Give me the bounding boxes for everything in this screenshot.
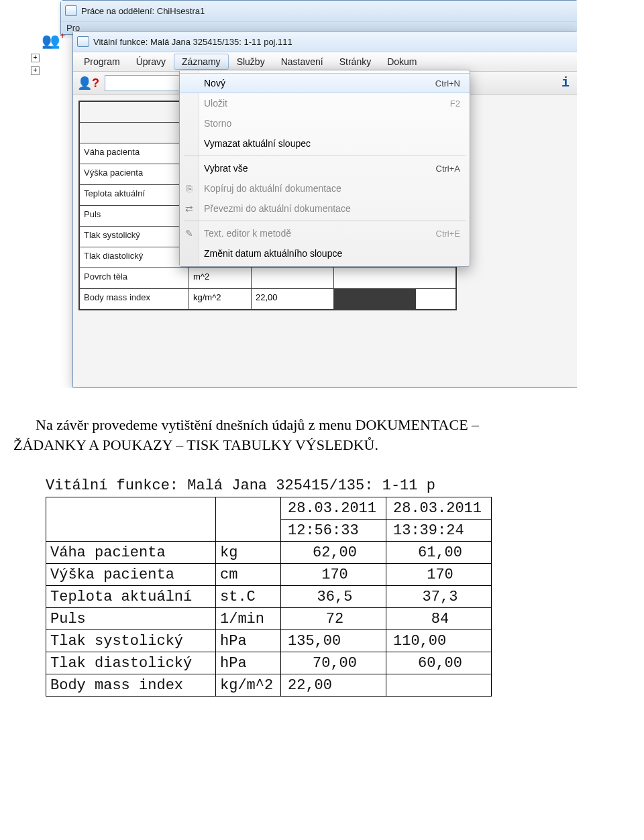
col-time-2: 13:39:24 xyxy=(386,520,492,542)
table-row: Body mass indexkg/m^222,00 xyxy=(46,674,492,697)
row-unit: kg/m^2 xyxy=(216,674,281,697)
menu-služby[interactable]: Služby xyxy=(229,54,273,70)
row-unit: cm xyxy=(216,564,281,586)
menu-nastavení[interactable]: Nastavení xyxy=(273,54,331,70)
row-unit: kg xyxy=(216,542,281,564)
cell-value: 61,00 xyxy=(386,542,492,564)
table-row: Teplota aktuálníst.C36,537,3 xyxy=(46,586,492,608)
cell-value[interactable] xyxy=(252,268,334,288)
menu-item-ulo-it: UložitF2 xyxy=(180,93,470,113)
row-unit: m^2 xyxy=(189,268,252,288)
cell-value xyxy=(386,674,492,697)
menu-item-vymazat-aktu-ln-sloupec[interactable]: Vymazat aktuální sloupec xyxy=(180,133,470,154)
menubar: ProgramÚpravyZáznamySlužbyNastaveníStrán… xyxy=(73,52,577,72)
row-label: Výška pacienta xyxy=(80,164,189,184)
info-icon[interactable]: i xyxy=(557,75,574,91)
cell-value: 72 xyxy=(281,608,386,630)
screenshot-region: Práce na oddělení: ChiHsestra1 Pro 👥+ + … xyxy=(20,0,577,388)
child-titlebar: Vitální funkce: Malá Jana 325415/135: 1-… xyxy=(73,32,577,52)
people-plus-icon: 👥+ xyxy=(42,32,74,50)
cell-value: 37,3 xyxy=(386,586,492,608)
row-label: Výška pacienta xyxy=(46,564,216,586)
menu-item-text-editor-k-metod-: ✎Text. editor k metoděCtrl+E xyxy=(180,223,470,243)
tree-expand-icon[interactable]: + xyxy=(31,54,40,62)
col-date-1: 28.03.2011 xyxy=(281,497,386,520)
table-row: Povrch tělam^2 xyxy=(80,267,455,288)
row-label: Teplota aktuální xyxy=(46,586,216,608)
copy-icon: ⎘ xyxy=(184,183,195,194)
menu-úpravy[interactable]: Úpravy xyxy=(128,54,174,70)
cell-value: 84 xyxy=(386,608,492,630)
menu-item-label: Uložit xyxy=(204,98,227,109)
parent-titlebar: Práce na oddělení: ChiHsestra1 xyxy=(61,1,577,21)
cell-value: 36,5 xyxy=(281,586,386,608)
cell-value: 22,00 xyxy=(281,674,386,697)
menu-stránky[interactable]: Stránky xyxy=(331,54,379,70)
row-label: Povrch těla xyxy=(80,268,189,288)
pen-icon: ✎ xyxy=(184,228,195,239)
row-label: Puls xyxy=(46,608,216,630)
doc-line-2: ŽÁDANKY A POUKAZY – TISK TABULKY VÝSLEDK… xyxy=(13,436,378,453)
menu-item-zm-nit-datum-aktu-ln-ho-sloupce[interactable]: Změnit datum aktuálního sloupce xyxy=(180,243,470,263)
row-label: Váha pacienta xyxy=(46,542,216,564)
cell-value: 135,00 xyxy=(281,630,386,652)
menu-shortcut: F2 xyxy=(450,99,460,109)
menu-item-storno: Storno xyxy=(180,113,470,133)
row-unit: st.C xyxy=(216,586,281,608)
menu-program[interactable]: Program xyxy=(76,54,128,70)
row-unit: 1/min xyxy=(216,608,281,630)
row-unit: hPa xyxy=(216,652,281,674)
menu-dokum[interactable]: Dokum xyxy=(379,54,425,70)
cell-value: 62,00 xyxy=(281,542,386,564)
menu-item-kop-ruj-do-aktu-ln-dokumentace: ⎘Kopíruj do aktuální dokumentace xyxy=(180,178,470,198)
cell-value: 170 xyxy=(281,564,386,586)
left-tree-gutter: 👥+ + + xyxy=(27,32,74,139)
menu-separator xyxy=(184,221,466,221)
output-table: 28.03.2011 28.03.2011 12:56:33 13:39:24 … xyxy=(46,497,492,697)
menu-item-vybrat-v-e[interactable]: Vybrat všeCtrl+A xyxy=(180,158,470,178)
cell-value[interactable]: 22,00 xyxy=(252,289,334,309)
output-title: Vitální funkce: Malá Jana 325415/135: 1-… xyxy=(46,477,644,494)
doc-line-1: Na závěr provedeme vytištění dnešních úd… xyxy=(36,416,479,433)
row-label: Teplota aktuální xyxy=(80,185,189,205)
menu-item-p-evezmi-do-aktu-ln-dokumentace: ⇄Převezmi do aktuální dokumentace xyxy=(180,198,470,219)
menu-item-nov-[interactable]: NovýCtrl+N xyxy=(180,73,470,93)
cell-value: 110,00 xyxy=(386,630,492,652)
row-label: Body mass index xyxy=(46,674,216,697)
menu-item-label: Změnit datum aktuálního sloupce xyxy=(204,248,342,259)
child-window-title: Vitální funkce: Malá Jana 325415/135: 1-… xyxy=(93,37,292,47)
window-icon xyxy=(77,36,89,47)
row-label: Váha pacienta xyxy=(80,143,189,164)
document-paragraph: Na závěr provedeme vytištění dnešních úd… xyxy=(13,415,631,455)
tree-expand-icon[interactable]: + xyxy=(31,66,40,75)
table-row: Váha pacientakg62,0061,00 xyxy=(46,542,492,564)
arrow-icon: ⇄ xyxy=(184,203,195,214)
cell-value[interactable] xyxy=(334,268,416,288)
help-icon[interactable]: 👤? xyxy=(77,76,99,91)
menu-záznamy[interactable]: Záznamy xyxy=(174,54,229,70)
parent-window-title: Práce na oddělení: ChiHsestra1 xyxy=(81,6,205,16)
row-label: Tlak systolický xyxy=(80,227,189,247)
menu-shortcut: Ctrl+E xyxy=(436,229,460,239)
col-date-2: 28.03.2011 xyxy=(386,497,492,520)
menu-separator xyxy=(184,156,466,156)
cell-value: 170 xyxy=(386,564,492,586)
menu-item-label: Vybrat vše xyxy=(204,163,248,174)
row-label xyxy=(80,123,189,143)
table-row: Puls1/min7284 xyxy=(46,608,492,630)
table-row: 28.03.2011 28.03.2011 xyxy=(46,497,492,520)
row-label: Body mass index xyxy=(80,289,189,309)
parent-window: Práce na oddělení: ChiHsestra1 Pro xyxy=(60,0,577,35)
row-unit: hPa xyxy=(216,630,281,652)
table-row: Body mass indexkg/m^222,00 xyxy=(80,288,455,309)
row-label: Tlak systolický xyxy=(46,630,216,652)
row-label: Puls xyxy=(80,206,189,226)
row-label xyxy=(80,102,189,122)
table-row: Výška pacientacm170170 xyxy=(46,564,492,586)
window-icon xyxy=(65,5,77,16)
menu-shortcut: Ctrl+N xyxy=(435,78,460,88)
table-row: Tlak diastolickýhPa70,0060,00 xyxy=(46,652,492,674)
menu-item-label: Text. editor k metodě xyxy=(204,228,291,239)
row-label: Tlak diastolický xyxy=(46,652,216,674)
cell-value[interactable] xyxy=(334,289,416,309)
